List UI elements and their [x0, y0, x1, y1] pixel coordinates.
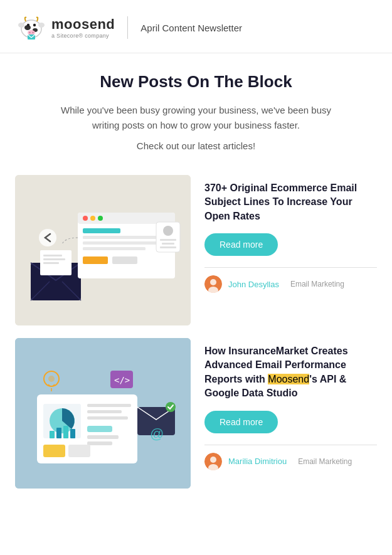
svg-rect-43 — [56, 428, 61, 438]
svg-point-55 — [166, 402, 176, 412]
read-more-button-1[interactable]: Read more — [204, 233, 278, 256]
article1-illustration — [15, 175, 191, 325]
svg-point-7 — [33, 24, 36, 26]
logo-name: moosend — [51, 16, 115, 33]
svg-point-6 — [27, 24, 29, 26]
author-avatar-2 — [204, 453, 222, 470]
logo-sub: a Sitecore® company — [51, 33, 115, 39]
svg-rect-46 — [87, 404, 131, 407]
svg-point-8 — [28, 30, 35, 35]
svg-point-36 — [210, 279, 216, 285]
svg-rect-44 — [63, 426, 68, 438]
articles-section: 370+ Original Ecommerce Email Subject Li… — [0, 169, 392, 514]
svg-rect-27 — [83, 256, 108, 264]
svg-point-59 — [48, 376, 55, 382]
svg-rect-23 — [83, 228, 120, 233]
svg-point-9 — [29, 32, 30, 33]
newsletter-title: April Content Newsletter — [140, 23, 242, 33]
article-content-2: How InsuranceMarket Creates Advanced Ema… — [191, 338, 377, 489]
svg-point-34 — [39, 229, 56, 246]
svg-rect-48 — [87, 416, 128, 420]
article-tag-1: Email Marketing — [290, 280, 344, 288]
author-name-1: John Desyllas — [228, 280, 279, 289]
author-name-2: Marilia Dimitriou — [228, 457, 287, 466]
highlight-moosend: Moosend — [268, 374, 309, 384]
article-image-1 — [15, 175, 191, 325]
article-tag-2: Email Marketing — [298, 457, 352, 466]
svg-rect-49 — [87, 426, 112, 432]
article-meta-1: John Desyllas Email Marketing — [204, 267, 377, 293]
svg-rect-47 — [87, 410, 122, 413]
article-card-2: @ </> How InsuranceMarket Creates Advanc… — [15, 338, 377, 489]
svg-rect-24 — [83, 236, 164, 239]
svg-rect-53 — [68, 445, 90, 457]
svg-rect-52 — [43, 445, 65, 457]
svg-point-2 — [18, 23, 24, 28]
header-divider — [127, 16, 128, 39]
svg-point-20 — [83, 216, 88, 221]
read-more-button-2[interactable]: Read more — [204, 411, 278, 433]
author-avatar-1 — [204, 275, 222, 293]
svg-text:</>: </> — [114, 375, 130, 385]
svg-point-22 — [98, 216, 103, 221]
svg-rect-32 — [162, 243, 174, 245]
svg-rect-33 — [160, 246, 176, 248]
svg-point-30 — [163, 226, 173, 236]
hero-body: While you've been busy growing your busi… — [31, 103, 361, 133]
svg-rect-28 — [112, 256, 137, 264]
svg-text:@: @ — [150, 426, 164, 441]
svg-point-3 — [38, 23, 45, 28]
svg-rect-25 — [83, 241, 164, 245]
svg-rect-26 — [83, 247, 146, 250]
svg-rect-16 — [43, 258, 65, 260]
svg-rect-31 — [160, 239, 176, 241]
article2-illustration: @ </> — [15, 338, 191, 489]
svg-point-63 — [210, 457, 216, 463]
hero-heading: New Posts On The Block — [31, 72, 361, 92]
article-title-1: 370+ Original Ecommerce Email Subject Li… — [204, 181, 377, 223]
svg-point-10 — [32, 32, 33, 33]
svg-rect-17 — [43, 262, 59, 264]
article-content-1: 370+ Original Ecommerce Email Subject Li… — [191, 175, 377, 325]
svg-rect-15 — [43, 255, 62, 256]
svg-rect-42 — [50, 431, 55, 438]
article-image-2: @ </> — [15, 338, 191, 489]
email-container: moosend a Sitecore® company April Conten… — [0, 0, 392, 555]
svg-point-21 — [90, 216, 95, 221]
svg-rect-50 — [87, 435, 119, 439]
hero-section: New Posts On The Block While you've been… — [0, 53, 392, 169]
logo-text-area: moosend a Sitecore® company — [51, 16, 115, 39]
email-header: moosend a Sitecore® company April Conten… — [0, 0, 392, 53]
moosend-logo-icon — [15, 11, 48, 44]
article-title-2: How InsuranceMarket Creates Advanced Ema… — [204, 344, 377, 401]
article-card-1: 370+ Original Ecommerce Email Subject Li… — [15, 175, 377, 325]
hero-cta: Check out our latest articles! — [31, 140, 361, 151]
svg-rect-45 — [70, 429, 75, 438]
svg-rect-51 — [87, 441, 112, 445]
logo-area: moosend a Sitecore® company — [15, 11, 115, 44]
article-meta-2: Marilia Dimitriou Email Marketing — [204, 445, 377, 470]
